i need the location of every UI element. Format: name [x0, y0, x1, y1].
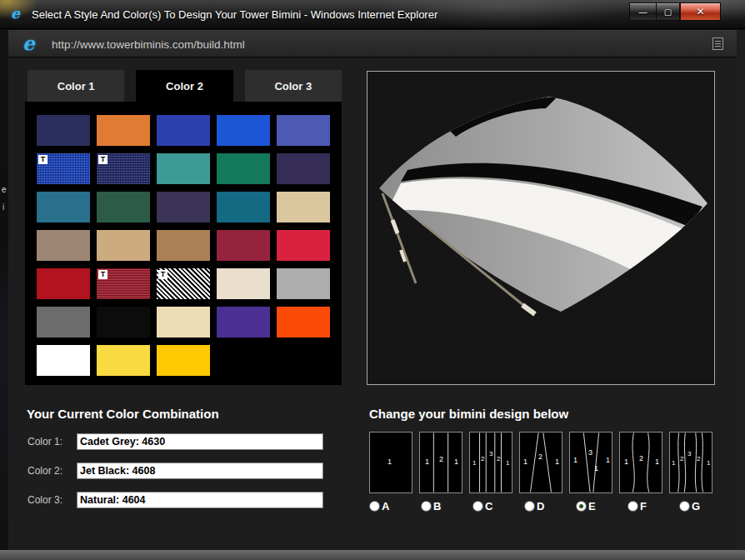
color-swatch[interactable]: [157, 307, 210, 338]
design-option-b: B: [421, 500, 466, 512]
color-swatch[interactable]: [97, 192, 150, 222]
color-2-label: Color 2:: [28, 465, 77, 477]
color-swatch[interactable]: [217, 192, 270, 222]
design-radio-label[interactable]: B: [433, 500, 441, 512]
panel-number: 3: [489, 450, 492, 458]
tab-color-3[interactable]: Color 3: [245, 70, 342, 102]
panel-number: 1: [655, 458, 659, 466]
color-swatch[interactable]: [37, 192, 90, 222]
tab-color-2[interactable]: Color 2: [136, 70, 232, 102]
design-thumb-c[interactable]: 1 2 3 2 1: [469, 432, 512, 493]
window-title: Select A Style And Color(s) To Design Yo…: [32, 8, 438, 21]
color-swatch[interactable]: [157, 192, 210, 222]
color-1-label: Color 1:: [28, 436, 77, 448]
color-swatch[interactable]: [217, 153, 270, 184]
color-swatch[interactable]: [97, 230, 150, 261]
color-1-field: Color 1:: [28, 433, 323, 450]
color-swatch[interactable]: [37, 230, 90, 261]
color-1-input[interactable]: [77, 433, 323, 450]
design-radio-label[interactable]: F: [640, 500, 647, 512]
window-controls: — ▢ ✕: [629, 2, 721, 21]
color-swatch[interactable]: T: [97, 153, 150, 184]
combination-heading: Your Current Color Combination: [27, 407, 219, 421]
close-button[interactable]: ✕: [680, 2, 721, 21]
panel-number: 1: [506, 459, 509, 467]
panel-number: 1: [594, 464, 598, 472]
window-frame-bottom: [0, 550, 745, 560]
design-thumb-b[interactable]: 1 2 1: [419, 432, 462, 493]
texture-badge: T: [38, 155, 48, 164]
ie-e-glyph: e: [11, 7, 20, 21]
color-swatch[interactable]: T: [97, 268, 150, 299]
panel-number: 1: [454, 458, 458, 466]
design-radio-label[interactable]: G: [692, 500, 700, 512]
design-radio-c[interactable]: [472, 501, 483, 512]
design-radio-a[interactable]: [369, 501, 380, 512]
design-option-g: G: [679, 500, 724, 512]
color-swatch[interactable]: [217, 230, 270, 261]
color-swatch[interactable]: [97, 307, 150, 338]
color-swatch[interactable]: [277, 268, 330, 299]
window-titlebar: e Select A Style And Color(s) To Design …: [0, 0, 745, 29]
texture-badge: T: [98, 270, 108, 279]
color-2-field: Color 2:: [28, 462, 323, 479]
compatibility-page-icon[interactable]: [712, 38, 723, 50]
design-thumb-f[interactable]: 1 2 1: [619, 432, 662, 493]
panel-number: 2: [538, 452, 542, 461]
design-radio-d[interactable]: [524, 501, 535, 512]
color-3-input[interactable]: [77, 492, 323, 508]
design-radio-label[interactable]: D: [537, 500, 544, 512]
color-3-field: Color 3:: [28, 492, 323, 508]
color-swatch[interactable]: [157, 115, 210, 146]
ie-logo-icon: e: [22, 33, 35, 53]
panel-number: 2: [639, 454, 643, 462]
design-radio-e[interactable]: [576, 501, 587, 512]
color-swatch[interactable]: [157, 230, 210, 261]
panel-number: 1: [523, 458, 528, 466]
address-input[interactable]: [52, 35, 635, 53]
ie-window-icon: e: [11, 7, 20, 22]
design-thumb-a[interactable]: 1: [369, 432, 412, 493]
design-radio-label[interactable]: E: [588, 500, 596, 512]
color-swatch[interactable]: [37, 345, 90, 376]
color-swatch[interactable]: [157, 345, 210, 376]
color-swatch[interactable]: [277, 307, 330, 338]
design-radio-b[interactable]: [421, 501, 432, 512]
color-swatch[interactable]: [277, 153, 330, 184]
maximize-button[interactable]: ▢: [656, 2, 680, 21]
design-radio-label[interactable]: A: [382, 500, 389, 512]
color-swatch[interactable]: [37, 115, 90, 146]
color-swatch[interactable]: [217, 268, 270, 299]
color-swatch[interactable]: [217, 307, 270, 338]
panel-number: 2: [697, 455, 700, 462]
color-swatch[interactable]: [217, 115, 270, 146]
color-swatch[interactable]: [37, 268, 90, 299]
design-radio-g[interactable]: [679, 501, 690, 512]
design-thumb-g[interactable]: 1 2 3 2 1: [669, 432, 712, 493]
tab-color-1[interactable]: Color 1: [28, 70, 124, 102]
panel-number: 1: [472, 459, 476, 467]
color-swatch[interactable]: [277, 115, 330, 146]
color-2-input[interactable]: [77, 462, 323, 479]
panel-number: 1: [425, 458, 429, 466]
color-swatch[interactable]: [277, 230, 330, 261]
design-thumb-e[interactable]: 1 3 1 1: [569, 432, 612, 493]
design-option-f: F: [628, 500, 672, 512]
color-swatch[interactable]: T: [37, 153, 90, 184]
color-swatch[interactable]: [157, 153, 210, 184]
color-swatch[interactable]: T: [157, 268, 210, 299]
minimize-button[interactable]: —: [629, 2, 656, 21]
color-swatch[interactable]: [97, 115, 150, 146]
design-radio-label[interactable]: C: [485, 500, 492, 512]
panel-number: 2: [481, 455, 484, 462]
ie-e-glyph: e: [22, 33, 35, 52]
design-thumb-d[interactable]: 1 2 1: [519, 432, 562, 493]
design-option-c: C: [472, 500, 518, 512]
page-content: Color 1 Color 2 Color 3 TTTT Your Curren…: [8, 58, 737, 550]
color-swatch[interactable]: [277, 192, 330, 222]
design-radio-f[interactable]: [628, 501, 638, 512]
design-option-a: A: [369, 500, 414, 512]
bimini-preview-canvas: [367, 71, 715, 385]
color-swatch[interactable]: [37, 307, 90, 338]
color-swatch[interactable]: [97, 345, 150, 376]
